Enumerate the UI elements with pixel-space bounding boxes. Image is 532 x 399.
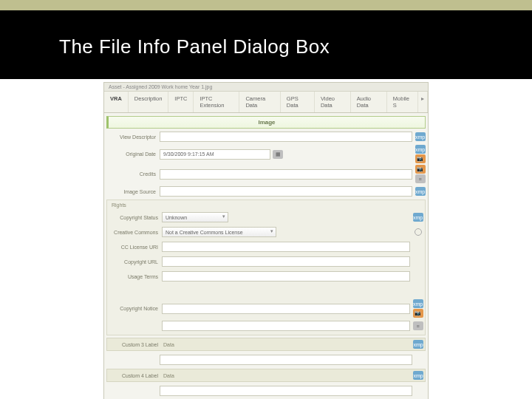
- row-copyright-status: Copyright Status Unknown xmp: [109, 211, 423, 224]
- row-copyright-url: Copyright URL: [109, 255, 423, 268]
- label-creative-commons: Creative Commons: [109, 230, 162, 235]
- tab-iptc[interactable]: IPTC: [168, 92, 194, 112]
- label-cc-license-uri: CC License URI: [109, 245, 162, 250]
- spacer-row: [109, 284, 423, 298]
- row-custom4-input: [106, 384, 426, 398]
- calendar-icon[interactable]: ▦: [273, 150, 283, 159]
- xmp-icon[interactable]: xmp: [415, 187, 426, 196]
- input-credits[interactable]: [160, 169, 412, 180]
- xmp-icon[interactable]: xmp: [413, 340, 423, 349]
- row-view-descriptor: View Descriptor xmp: [106, 130, 426, 143]
- input-view-descriptor[interactable]: [160, 132, 412, 142]
- input-custom3[interactable]: [160, 355, 412, 365]
- stage: Asset - Assigned 2009 Work home Year 1.j…: [0, 79, 532, 399]
- xmp-icon[interactable]: xmp: [415, 132, 426, 141]
- accent-bar: [0, 0, 532, 10]
- row-copyright-notice: Copyright Notice xmp 📷: [109, 299, 423, 318]
- label-credits: Credits: [106, 171, 160, 177]
- input-original-date[interactable]: [160, 149, 270, 160]
- row-custom3: Custom 3 Label Data xmp: [106, 338, 426, 351]
- label-copyright-status: Copyright Status: [109, 215, 162, 220]
- label-image-source: Image Source: [106, 189, 160, 194]
- file-path-bar: Asset - Assigned 2009 Work home Year 1.j…: [104, 83, 428, 92]
- camera-icon[interactable]: 📷: [415, 154, 426, 163]
- file-info-panel: Asset - Assigned 2009 Work home Year 1.j…: [103, 82, 429, 399]
- input-copyright-notice[interactable]: [162, 304, 410, 314]
- label-custom4: Custom 4 Label: [109, 373, 162, 378]
- slide-title: The File Info Panel Dialog Box: [59, 35, 532, 58]
- tab-mobile[interactable]: Mobile S: [387, 92, 418, 112]
- tab-description[interactable]: Description: [129, 92, 169, 112]
- label-custom3: Custom 3 Label: [109, 342, 162, 347]
- select-copyright-status[interactable]: Unknown: [162, 212, 228, 222]
- tab-vra[interactable]: VRA: [104, 92, 129, 112]
- label-view-descriptor: View Descriptor: [106, 134, 160, 140]
- tab-video-data[interactable]: Video Data: [315, 92, 351, 112]
- label-rights: Rights: [109, 202, 423, 209]
- label-original-date: Original Date: [106, 151, 160, 157]
- rights-group: Rights Copyright Status Unknown xmp Crea…: [106, 200, 426, 335]
- input-copyright-notice-2[interactable]: [162, 321, 410, 331]
- tab-audio-data[interactable]: Audio Data: [351, 92, 387, 112]
- camera-icon[interactable]: 📷: [415, 165, 426, 174]
- label-copyright-url: Copyright URL: [109, 259, 162, 265]
- camera-icon[interactable]: 📷: [413, 309, 423, 318]
- input-custom4[interactable]: [160, 386, 412, 396]
- label-usage-terms: Usage Terms: [109, 274, 162, 279]
- image-form: View Descriptor xmp Original Date ▦ xmp …: [104, 130, 428, 398]
- tab-iptc-extension[interactable]: IPTC Extension: [194, 92, 239, 112]
- row-copyright-notice-2: ≡: [109, 319, 423, 332]
- tab-bar: VRA Description IPTC IPTC Extension Came…: [104, 92, 428, 113]
- input-usage-terms[interactable]: [162, 271, 410, 282]
- tab-gps-data[interactable]: GPS Data: [281, 92, 315, 112]
- input-copyright-url[interactable]: [162, 256, 410, 267]
- input-cc-license-uri[interactable]: [162, 242, 410, 252]
- row-original-date: Original Date ▦ xmp 📷: [106, 145, 426, 163]
- row-image-source: Image Source xmp: [106, 185, 426, 198]
- section-header-image: Image: [106, 116, 426, 129]
- db-icon[interactable]: ≡: [415, 174, 426, 183]
- xmp-icon[interactable]: xmp: [413, 213, 423, 222]
- select-creative-commons[interactable]: Not a Creative Commons License: [162, 227, 276, 237]
- tab-camera-data[interactable]: Camera Data: [239, 92, 280, 112]
- cc-info-icon[interactable]: [415, 228, 422, 236]
- row-cc-license-uri: CC License URI: [109, 240, 423, 253]
- xmp-icon[interactable]: xmp: [415, 145, 426, 154]
- tab-overflow[interactable]: ▸: [418, 92, 428, 112]
- xmp-icon[interactable]: xmp: [413, 371, 423, 380]
- xmp-icon[interactable]: xmp: [413, 299, 423, 308]
- row-usage-terms: Usage Terms: [109, 270, 423, 283]
- row-credits: Credits 📷 ≡: [106, 165, 426, 183]
- slide-title-band: The File Info Panel Dialog Box: [0, 10, 532, 79]
- label-copyright-notice: Copyright Notice: [109, 306, 162, 311]
- input-image-source[interactable]: [160, 186, 412, 197]
- value-custom3: Data: [162, 342, 174, 347]
- row-custom4: Custom 4 Label Data xmp: [106, 369, 426, 382]
- value-custom4: Data: [162, 373, 174, 378]
- row-custom3-input: [106, 353, 426, 366]
- row-creative-commons: Creative Commons Not a Creative Commons …: [109, 225, 423, 239]
- db-icon[interactable]: ≡: [413, 321, 423, 330]
